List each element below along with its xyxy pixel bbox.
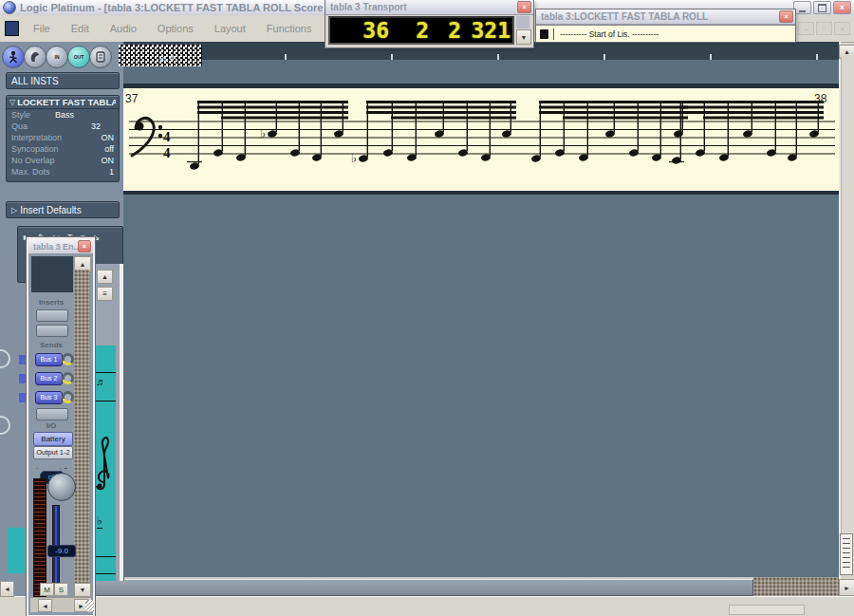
svg-text:4: 4 — [163, 129, 171, 144]
up-arrow-icon: ▲ — [80, 261, 86, 268]
send-1-knob[interactable] — [62, 353, 74, 365]
send-3-knob[interactable] — [62, 391, 74, 403]
output-button[interactable]: Output 1-2 — [33, 446, 73, 459]
close-icon: × — [784, 13, 789, 21]
menu-audio[interactable]: Audio — [110, 23, 137, 34]
send-2-knob[interactable] — [62, 372, 74, 384]
score-notation[interactable]: 443738♭♭ — [123, 88, 839, 191]
mdi-minimize-button: – — [798, 22, 814, 35]
row-divider — [553, 28, 554, 40]
insert-slot-2[interactable] — [36, 325, 68, 337]
position-beat: 2 — [389, 18, 429, 43]
menu-edit[interactable]: Edit — [71, 23, 89, 34]
instrument-type-label: Instrument 2 — [30, 466, 67, 469]
position-tick: 321 — [461, 18, 511, 43]
partbox-zoom-button[interactable]: ≡ — [97, 287, 113, 301]
event-list-titlebar[interactable]: tabla 3:LOCKETT FAST TABLA ROLL × — [536, 9, 795, 25]
partbox-scroll-up-button[interactable]: ▲ — [97, 270, 113, 284]
transport-title: tabla 3 Transport — [330, 2, 407, 12]
midi-out-button[interactable]: OUT — [67, 46, 90, 68]
instrument-button[interactable]: Battery — [33, 432, 73, 446]
send-bus-3-button[interactable]: Bus 3 — [35, 391, 63, 404]
catch-hand-button[interactable] — [24, 46, 46, 68]
midi-in-button[interactable]: IN — [46, 46, 68, 68]
app-logo-icon — [3, 1, 16, 14]
param-row-interpretation[interactable]: Interpretation ON — [7, 132, 119, 143]
right-arrow-icon: ► — [78, 603, 84, 609]
param-row-qua[interactable]: Qua 32 — [7, 121, 119, 132]
environment-background — [31, 256, 73, 292]
vertical-zoom-control[interactable] — [840, 533, 853, 575]
event-list-row[interactable]: ---------- Start of Lis. ---------- — [536, 25, 795, 42]
send-bus-1-button[interactable]: Bus 1 — [35, 353, 63, 366]
walking-person-icon — [7, 50, 20, 64]
restore-icon — [818, 4, 826, 12]
hidden-scroll-left-button[interactable]: ◄ — [0, 581, 14, 597]
param-row-syncopation[interactable]: Syncopation off — [7, 143, 119, 155]
mdi-close-button: × — [834, 22, 850, 35]
transport-titlebar[interactable]: tabla 3 Transport × — [325, 0, 533, 15]
param-row-style[interactable]: Style Bass — [7, 109, 119, 121]
instrument-type-wrap: Instrument 2 — [30, 459, 72, 469]
param-row-max-dots[interactable]: Max. Dots 1 — [7, 166, 119, 177]
hidden-bus-fragment — [19, 355, 27, 364]
run-mode-button[interactable] — [2, 46, 25, 68]
flat-glyph-icon: ♭ — [97, 514, 102, 529]
horizontal-scrollbar-thumb[interactable] — [95, 579, 753, 596]
score-window-background[interactable] — [123, 195, 839, 577]
environment-title: tabla 3 En... — [33, 242, 78, 252]
minimize-button[interactable] — [793, 1, 811, 14]
insert-slot-1[interactable] — [36, 309, 68, 322]
close-icon: × — [840, 4, 845, 12]
menu-options[interactable]: Options — [158, 23, 194, 34]
svg-text:♭: ♭ — [260, 126, 266, 140]
env-vertical-scrollbar[interactable] — [74, 270, 89, 583]
menu-functions[interactable]: Functions — [267, 23, 312, 34]
resize-grip[interactable] — [85, 600, 94, 611]
inserts-label: Inserts — [28, 298, 74, 307]
left-arrow-icon: ◄ — [42, 603, 48, 609]
event-type-icon — [540, 29, 548, 39]
scroll-right-button[interactable]: ► — [839, 579, 854, 596]
main-window-title: Logic Platinum - [tabla 3:LOCKETT FAST T… — [20, 2, 323, 13]
svg-text:4: 4 — [163, 145, 171, 160]
menu-file[interactable]: File — [33, 23, 50, 34]
event-list-close-button[interactable]: × — [779, 10, 793, 23]
pan-knob[interactable] — [47, 473, 76, 501]
param-box-title[interactable]: LOCKETT FAST TABLA — [17, 97, 116, 107]
close-button[interactable]: × — [833, 1, 851, 14]
solo-button[interactable]: S — [54, 583, 68, 596]
environment-titlebar[interactable]: tabla 3 En... × — [28, 239, 93, 254]
restore-button[interactable] — [813, 1, 831, 14]
empty-send-slot[interactable] — [36, 408, 68, 420]
volume-value[interactable]: -9.0 — [47, 545, 76, 557]
param-row-no-overlap[interactable]: No Overlap ON — [7, 155, 119, 166]
env-scroll-down-button[interactable]: ▼ — [74, 583, 91, 597]
horizontal-scrollbar-track[interactable] — [92, 577, 839, 596]
env-horizontal-scrollbar[interactable]: ◄ ► — [30, 597, 91, 612]
insert-defaults-button[interactable]: ▷ Insert Defaults — [6, 201, 120, 218]
instrument-selector[interactable]: ALL INSTS — [6, 72, 120, 89]
up-arrow-icon: ▲ — [102, 273, 108, 280]
disclosure-triangle-icon[interactable]: ▽ — [9, 98, 15, 106]
environment-window: tabla 3 En... × ▲ ▼ Inserts Sends Bus 1 … — [27, 237, 95, 616]
transport-close-button[interactable]: × — [517, 1, 531, 13]
hand-icon — [28, 50, 42, 64]
document-icon[interactable] — [5, 21, 19, 36]
partbox-palette[interactable]: ♬ ♭ — [93, 345, 116, 581]
env-scroll-left-button[interactable]: ◄ — [38, 599, 52, 612]
mute-button[interactable]: M — [40, 583, 54, 596]
treble-clef-icon — [93, 431, 116, 497]
hidden-bus-fragment — [19, 393, 27, 402]
send-bus-2-button[interactable]: Bus 2 — [35, 372, 63, 385]
close-icon: × — [83, 243, 87, 251]
vertical-scrollbar-track[interactable] — [841, 57, 854, 533]
menu-layout[interactable]: Layout — [214, 23, 246, 34]
transport-dropdown-button[interactable]: ▼ — [516, 29, 531, 45]
position-display[interactable]: 36 2 2 321 — [328, 16, 514, 45]
midi-in-icon: IN — [55, 54, 60, 60]
monitor-button[interactable] — [89, 46, 112, 68]
environment-close-button[interactable]: × — [78, 240, 91, 252]
hidden-teal-fragment — [8, 528, 25, 573]
transport-side-panel — [516, 16, 529, 28]
